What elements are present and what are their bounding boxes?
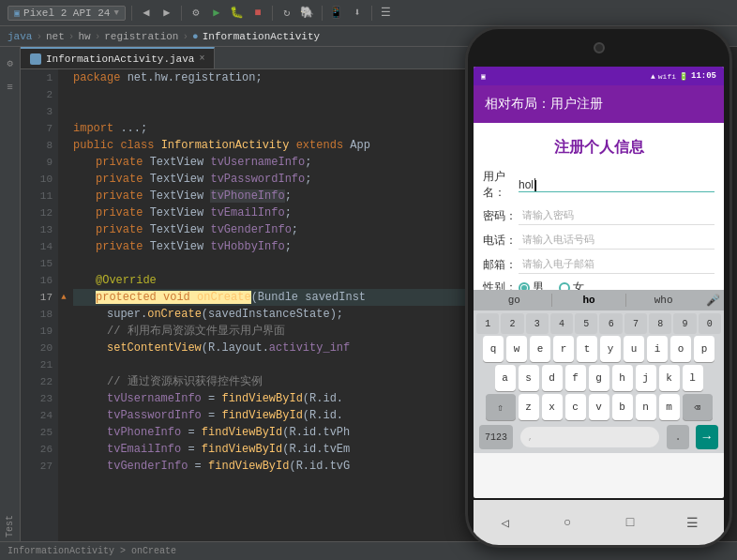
code-line-10: private TextView tvPasswordInfo; bbox=[73, 171, 476, 188]
tab-bar: InformationActivity.java × bbox=[21, 47, 480, 69]
gutter-11 bbox=[58, 188, 69, 204]
sdk-icon[interactable]: ⬇ bbox=[349, 5, 366, 22]
line-num-18: 18 bbox=[21, 306, 58, 323]
line-num-26: 26 bbox=[21, 441, 58, 458]
gutter-2 bbox=[58, 86, 69, 103]
gutter-14 bbox=[58, 238, 69, 255]
gutter-16 bbox=[58, 272, 69, 289]
line-num-22: 22 bbox=[21, 373, 58, 390]
code-line-17: protected void onCreate(Bundle savedInst bbox=[73, 289, 476, 306]
gutter-20 bbox=[58, 340, 69, 356]
breadcrumb-hw[interactable]: hw bbox=[78, 31, 90, 42]
code-line-8: public class InformationActivity extends… bbox=[73, 137, 476, 154]
code-line-12: private TextView tvEmailInfo; bbox=[73, 204, 476, 221]
stop-icon[interactable]: ■ bbox=[249, 5, 266, 22]
breadcrumb-class[interactable]: InformationActivity bbox=[203, 31, 320, 42]
code-line-19: // 利用布局资源文件显示用户界面 bbox=[73, 323, 476, 340]
gutter-23 bbox=[58, 390, 69, 407]
device-selector[interactable]: ▣ Pixel 2 API 24 ▼ bbox=[8, 6, 126, 21]
settings2-icon[interactable]: ≡ bbox=[2, 79, 19, 96]
device-name: Pixel 2 API 24 bbox=[23, 8, 110, 19]
line-num-25: 25 bbox=[21, 424, 58, 441]
separator bbox=[181, 6, 182, 21]
code-line-9: private TextView tvUsernameInfo; bbox=[73, 154, 476, 171]
line-num-27: 27 bbox=[21, 458, 58, 475]
gutter-18 bbox=[58, 306, 69, 323]
code-area[interactable]: 1 2 3 7 8 9 10 11 12 13 14 15 16 17 18 1… bbox=[21, 69, 480, 541]
gutter-21 bbox=[58, 356, 69, 373]
top-toolbar: ▣ Pixel 2 API 24 ▼ ◀ ▶ ⚙ ▶ 🐛 ■ ↻ 🐘 📱 ⬇ ☰ bbox=[0, 0, 737, 26]
java-file-icon bbox=[30, 53, 41, 65]
code-line-13: private TextView tvGenderInfo; bbox=[73, 221, 476, 238]
gutter-3 bbox=[58, 103, 69, 120]
code-line-11: private TextView tvPhoneInfo; bbox=[73, 188, 476, 204]
gutter-7 bbox=[58, 120, 69, 137]
code-line-21 bbox=[73, 356, 476, 373]
breadcrumb-registration[interactable]: registration bbox=[104, 31, 178, 42]
status-text: InformationActivity > onCreate bbox=[8, 546, 176, 556]
line-num-24: 24 bbox=[21, 407, 58, 424]
code-line-2 bbox=[73, 86, 476, 103]
line-num-13: 13 bbox=[21, 221, 58, 238]
code-line-23: tvUsernameInfo = findViewById(R.id. bbox=[73, 390, 476, 407]
line-num-20: 20 bbox=[21, 340, 58, 356]
code-line-18: super.onCreate(savedInstanceState); bbox=[73, 306, 476, 323]
tab-close-button[interactable]: × bbox=[199, 53, 204, 64]
build-icon[interactable]: ⚙ bbox=[188, 5, 204, 22]
breadcrumb-net[interactable]: net bbox=[46, 31, 65, 42]
gutter-15 bbox=[58, 255, 69, 272]
gutter-24 bbox=[58, 407, 69, 424]
breadcrumb: java › net › hw › registration › ● Infor… bbox=[0, 26, 737, 47]
line-num-2: 2 bbox=[21, 86, 58, 103]
code-line-1: package net.hw.registration; bbox=[73, 69, 476, 86]
line-num-7: 7 bbox=[21, 120, 58, 137]
code-line-7: import ...; bbox=[73, 120, 476, 137]
code-line-3 bbox=[73, 103, 476, 120]
line-num-19: 19 bbox=[21, 323, 58, 340]
line-num-23: 23 bbox=[21, 390, 58, 407]
gutter-13 bbox=[58, 221, 69, 238]
code-line-22: // 通过资源标识获得控件实例 bbox=[73, 373, 476, 390]
gutter-17: ▲ bbox=[58, 289, 69, 306]
line-num-15: 15 bbox=[21, 255, 58, 272]
line-num-11: 11 bbox=[21, 188, 58, 204]
line-num-1: 1 bbox=[21, 69, 58, 86]
code-line-15 bbox=[73, 255, 476, 272]
gutter-1 bbox=[58, 69, 69, 86]
code-line-26: tvEmailInfo = findViewById(R.id.tvEm bbox=[73, 441, 476, 458]
editor: InformationActivity.java × 1 2 3 7 8 9 1… bbox=[21, 47, 480, 541]
gutter-8 bbox=[58, 137, 69, 154]
back-icon[interactable]: ◀ bbox=[138, 5, 155, 22]
line-num-3: 3 bbox=[21, 103, 58, 120]
debug-icon[interactable]: 🐛 bbox=[229, 5, 246, 22]
gutter-22 bbox=[58, 373, 69, 390]
line-num-17: 17 bbox=[21, 289, 58, 306]
line-num-8: 8 bbox=[21, 137, 58, 154]
code-content[interactable]: package net.hw.registration; import ...;… bbox=[69, 69, 480, 541]
line-num-10: 10 bbox=[21, 171, 58, 188]
gutter-25 bbox=[58, 424, 69, 441]
code-line-16: @Override bbox=[73, 272, 476, 289]
breadcrumb-java[interactable]: java bbox=[8, 31, 32, 42]
settings-icon[interactable]: ☰ bbox=[378, 5, 395, 22]
separator bbox=[371, 6, 372, 21]
separator bbox=[131, 6, 132, 21]
separator bbox=[272, 6, 273, 21]
line-numbers: 1 2 3 7 8 9 10 11 12 13 14 15 16 17 18 1… bbox=[21, 69, 58, 541]
line-num-21: 21 bbox=[21, 356, 58, 373]
line-num-9: 9 bbox=[21, 154, 58, 171]
gradle-icon[interactable]: 🐘 bbox=[299, 5, 316, 22]
forward-icon[interactable]: ▶ bbox=[158, 5, 175, 22]
gutter-9 bbox=[58, 154, 69, 171]
run-icon[interactable]: ▶ bbox=[208, 5, 225, 22]
gutter-19 bbox=[58, 323, 69, 340]
avd-icon[interactable]: 📱 bbox=[328, 5, 345, 22]
gutter-27 bbox=[58, 458, 69, 475]
gear-icon[interactable]: ⚙ bbox=[2, 54, 19, 71]
line-num-16: 16 bbox=[21, 272, 58, 289]
sync-icon[interactable]: ↻ bbox=[278, 5, 295, 22]
code-line-20: setContentView(R.layout.activity_inf bbox=[73, 340, 476, 356]
gutter: ▲ bbox=[58, 69, 69, 541]
tab-information-activity[interactable]: InformationActivity.java × bbox=[21, 47, 215, 68]
separator bbox=[322, 6, 323, 21]
